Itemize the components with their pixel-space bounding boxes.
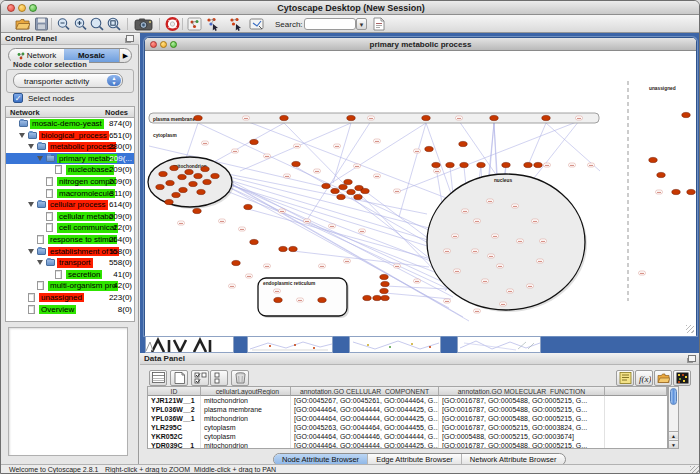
window-titlebar[interactable]: Cytoscape Desktop (New Session) bbox=[1, 1, 700, 15]
network-overview-icon[interactable] bbox=[187, 17, 202, 31]
function-builder-icon[interactable]: f(x) bbox=[635, 370, 653, 386]
search-dropdown-arrow-icon[interactable]: ▼ bbox=[356, 18, 367, 30]
network-node[interactable] bbox=[159, 171, 167, 176]
network-node[interactable] bbox=[194, 115, 202, 120]
layout-icon-2[interactable] bbox=[228, 17, 243, 31]
tree-row[interactable]: Overview8(0) bbox=[6, 304, 134, 316]
table-column-header[interactable]: _cellularLayoutRegion bbox=[201, 387, 291, 396]
frame-resize-grip[interactable] bbox=[686, 325, 694, 333]
table-scrollbar[interactable]: ▲ ▼ bbox=[668, 386, 679, 449]
disclosure-triangle-icon[interactable] bbox=[28, 202, 34, 207]
scroll-up-icon[interactable]: ▲ bbox=[669, 431, 678, 439]
table-cell[interactable]: YKR052C bbox=[148, 432, 201, 441]
table-cell[interactable]: cytoplasm bbox=[201, 432, 291, 441]
background-window[interactable] bbox=[349, 336, 441, 353]
layout-icon-1[interactable] bbox=[205, 17, 220, 31]
tree-row[interactable]: cell communicat22(0) bbox=[6, 222, 134, 234]
network-node[interactable] bbox=[165, 199, 173, 204]
tree-row[interactable]: cellular process614(0) bbox=[6, 199, 134, 211]
help-icon[interactable] bbox=[165, 17, 180, 31]
network-node[interactable] bbox=[232, 260, 240, 265]
network-node[interactable] bbox=[194, 173, 202, 178]
float-panel-icon[interactable] bbox=[688, 355, 696, 362]
table-cell[interactable]: [GO:0045267, GO:0045261, GO:0044464, G..… bbox=[291, 396, 439, 405]
network-node[interactable] bbox=[422, 115, 430, 120]
network-node[interactable] bbox=[657, 172, 665, 177]
select-nodes-checkbox[interactable]: ✓ bbox=[13, 93, 23, 103]
network-node[interactable] bbox=[347, 189, 355, 194]
table-cell[interactable]: [GO:0016787, GO:0005488, GO:0005215, G..… bbox=[439, 414, 605, 423]
import-attributes-icon[interactable] bbox=[654, 370, 672, 386]
network-node[interactable] bbox=[380, 288, 388, 293]
open-file-icon[interactable] bbox=[15, 17, 30, 31]
tree-row[interactable]: mosaic-demo-yeast874(0) bbox=[6, 118, 134, 130]
more-tabs-arrow-icon[interactable]: ▶ bbox=[119, 49, 131, 62]
network-node[interactable] bbox=[460, 162, 468, 167]
network-node[interactable] bbox=[166, 180, 174, 185]
table-cell[interactable]: [GO:0016787, GO:0005488, GO:0005215, G..… bbox=[439, 396, 605, 405]
network-node[interactable] bbox=[170, 165, 178, 170]
table-cell[interactable]: [GO:0016787, GO:0005488, GO:0005215, G..… bbox=[439, 441, 605, 449]
table-cell[interactable]: [GO:0044464, GO:0044444, GO:0044425, G..… bbox=[291, 441, 439, 449]
network-node[interactable] bbox=[185, 169, 193, 174]
network-node[interactable] bbox=[280, 115, 288, 120]
network-node[interactable] bbox=[274, 297, 282, 302]
network-node[interactable] bbox=[197, 189, 205, 194]
attribute-matrix-icon[interactable] bbox=[673, 370, 691, 386]
table-cell[interactable]: [GO:0005488, GO:0005215, GO:0003674] bbox=[439, 432, 605, 441]
network-node[interactable] bbox=[649, 157, 657, 162]
network-node[interactable] bbox=[432, 162, 440, 167]
birds-eye-view[interactable] bbox=[8, 327, 128, 456]
search-field-wrap[interactable] bbox=[304, 18, 356, 30]
network-node[interactable] bbox=[477, 162, 485, 167]
network-node[interactable] bbox=[682, 112, 690, 117]
table-cell[interactable]: YLR295C bbox=[148, 423, 201, 432]
disclosure-triangle-icon[interactable] bbox=[37, 156, 43, 161]
network-node[interactable] bbox=[289, 246, 297, 251]
network-node[interactable] bbox=[203, 179, 211, 184]
network-canvas[interactable]: plasma membranecytoplasmmitochondrionnuc… bbox=[145, 51, 696, 336]
network-node[interactable] bbox=[322, 183, 330, 188]
table-cell[interactable]: [GO:0044464, GO:0044444, GO:0044425, G..… bbox=[291, 405, 439, 414]
network-node[interactable] bbox=[193, 208, 201, 213]
network-node[interactable] bbox=[672, 189, 680, 194]
background-window[interactable] bbox=[457, 336, 541, 353]
table-cell[interactable]: plasma membrane bbox=[201, 405, 291, 414]
snapshot-icon[interactable] bbox=[134, 17, 154, 31]
save-icon[interactable] bbox=[34, 17, 49, 31]
tree-row[interactable]: secretion41(0) bbox=[6, 269, 134, 281]
network-node[interactable] bbox=[524, 162, 532, 167]
table-cell[interactable]: [GO:0016787, GO:0005488, GO:0005215, G..… bbox=[439, 405, 605, 414]
network-node[interactable] bbox=[189, 181, 197, 186]
network-node[interactable] bbox=[381, 295, 389, 300]
network-node[interactable] bbox=[244, 204, 252, 209]
tree-row[interactable]: nucleobase-209(0) bbox=[6, 164, 134, 176]
select-attributes-icon[interactable] bbox=[191, 370, 209, 386]
table-cell[interactable]: mitochondrion bbox=[201, 414, 291, 423]
float-panel-icon[interactable] bbox=[126, 35, 134, 42]
table-cell[interactable]: [GO:0044464, GO:0044444, GO:0044425, G..… bbox=[291, 414, 439, 423]
network-node[interactable] bbox=[354, 194, 362, 199]
tree-row[interactable]: primary metabo209(... bbox=[6, 153, 134, 165]
network-node[interactable] bbox=[318, 297, 326, 302]
vizmapper-icon[interactable] bbox=[249, 17, 264, 31]
network-node[interactable] bbox=[502, 162, 510, 167]
table-cell[interactable]: mitochondrion bbox=[201, 396, 291, 405]
table-column-header[interactable]: ID bbox=[148, 387, 201, 396]
tree-row[interactable]: response to stimul264(0) bbox=[6, 234, 134, 246]
network-node[interactable] bbox=[361, 188, 369, 193]
network-node[interactable] bbox=[250, 239, 258, 244]
zoom-fit-icon[interactable] bbox=[106, 17, 121, 31]
delete-attribute-icon[interactable] bbox=[231, 370, 249, 386]
table-cell[interactable]: mitochondrion bbox=[201, 441, 291, 449]
tree-row[interactable]: macromolecule311(0) bbox=[6, 188, 134, 200]
table-column-header[interactable]: annotation.GO MOLECULAR_FUNCTION bbox=[439, 387, 605, 396]
attribute-table-icon[interactable] bbox=[149, 370, 167, 386]
network-node[interactable] bbox=[331, 188, 339, 193]
network-node[interactable] bbox=[344, 179, 352, 184]
network-node[interactable] bbox=[172, 192, 180, 197]
scroll-down-icon[interactable]: ▼ bbox=[669, 440, 678, 448]
disclosure-triangle-icon[interactable] bbox=[28, 144, 34, 149]
network-node[interactable] bbox=[211, 173, 219, 178]
tree-row[interactable]: transport558(0) bbox=[6, 257, 134, 269]
